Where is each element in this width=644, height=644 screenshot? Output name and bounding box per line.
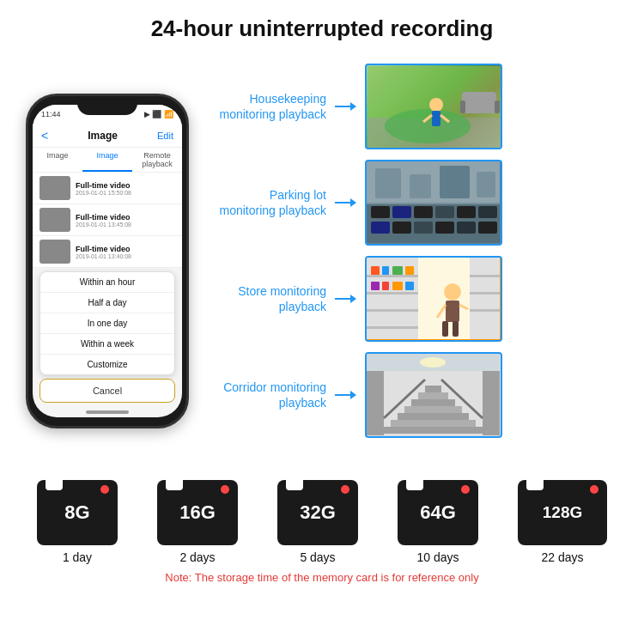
bottom-section: 8G 1 day 16G 2 days 32G 5 days 64G 10 da… bbox=[0, 471, 644, 588]
svg-point-43 bbox=[444, 283, 461, 301]
sd-cards-row: 8G 1 day 16G 2 days 32G 5 days 64G 10 da… bbox=[17, 480, 627, 564]
phone-dropdown-customize[interactable]: Customize bbox=[40, 355, 174, 374]
sd-card-item-128g: 128G 22 days bbox=[518, 480, 607, 564]
sd-card-notch-16g bbox=[166, 480, 183, 490]
phone-dropdown: Within an hour Half a day In one day Wit… bbox=[39, 271, 175, 375]
phone-item-title-2: Full-time video bbox=[76, 213, 175, 222]
sd-card-16g: 16G bbox=[157, 480, 238, 545]
phone-dropdown-one-day[interactable]: In one day bbox=[40, 313, 174, 334]
svg-rect-35 bbox=[371, 266, 380, 275]
right-panel: Housekeepingmonitoring playback bbox=[206, 51, 627, 471]
svg-rect-32 bbox=[367, 292, 418, 295]
phone-list-item-2[interactable]: Full-time video 2019-01-01 13:45:08 bbox=[33, 204, 182, 236]
svg-rect-55 bbox=[384, 427, 483, 434]
phone-item-info-2: Full-time video 2019-01-01 13:45:08 bbox=[76, 213, 175, 228]
sd-card-size-32g: 32G bbox=[300, 501, 336, 524]
svg-rect-28 bbox=[477, 172, 495, 197]
connector-line-2 bbox=[335, 202, 350, 204]
svg-rect-40 bbox=[382, 282, 389, 290]
svg-rect-23 bbox=[478, 222, 497, 234]
phone-tab-image[interactable]: Image bbox=[33, 148, 82, 172]
sd-days-64g: 10 days bbox=[416, 550, 459, 564]
phone-cancel-button[interactable]: Cancel bbox=[39, 379, 175, 403]
corridor-illustration bbox=[367, 354, 500, 435]
phone-tabs: Image Image Remote playback bbox=[33, 148, 182, 173]
svg-rect-61 bbox=[425, 386, 441, 392]
page-title: 24-hour uninterrupted recording bbox=[0, 15, 644, 42]
svg-rect-57 bbox=[398, 413, 469, 420]
svg-rect-59 bbox=[411, 399, 455, 406]
phone-item-date-1: 2019-01-01 15:50:08 bbox=[76, 190, 175, 196]
svg-rect-37 bbox=[392, 266, 403, 275]
sd-card-8g: 8G bbox=[37, 480, 118, 545]
phone-back-button[interactable]: < bbox=[41, 129, 48, 143]
parking-illustration bbox=[367, 161, 500, 243]
sd-card-item-64g: 64G 10 days bbox=[398, 480, 478, 564]
sd-card-128g: 128G bbox=[518, 480, 607, 545]
svg-point-67 bbox=[420, 357, 446, 368]
svg-rect-60 bbox=[418, 392, 448, 399]
phone-edit-button[interactable]: Edit bbox=[157, 131, 173, 141]
svg-rect-27 bbox=[440, 166, 470, 198]
page-header: 24-hour uninterrupted recording bbox=[0, 0, 644, 51]
housekeeping-illustration bbox=[368, 66, 501, 148]
phone-icons: ▶ ⬛ 📶 bbox=[144, 110, 173, 118]
phone-item-info-1: Full-time video 2019-01-01 15:50:08 bbox=[76, 181, 175, 196]
svg-rect-18 bbox=[371, 222, 390, 234]
main-content: 11:44 ▶ ⬛ 📶 < Image Edit Image Image Rem… bbox=[0, 51, 644, 471]
svg-rect-4 bbox=[432, 111, 440, 126]
monitoring-label-store: Store monitoringplayback bbox=[206, 283, 326, 314]
phone-item-info-3: Full-time video 2019-01-01 13:40:08 bbox=[76, 245, 175, 259]
phone-list-item-3[interactable]: Full-time video 2019-01-01 13:40:08 bbox=[33, 236, 182, 268]
phone-screen: 11:44 ▶ ⬛ 📶 < Image Edit Image Image Rem… bbox=[33, 105, 182, 417]
svg-rect-39 bbox=[371, 282, 380, 290]
phone-tab-image2[interactable]: Image bbox=[82, 148, 132, 172]
monitoring-label-housekeeping: Housekeepingmonitoring playback bbox=[206, 91, 326, 122]
svg-rect-48 bbox=[453, 321, 459, 337]
connector-arrow-1 bbox=[350, 102, 356, 111]
phone-dropdown-week[interactable]: Within a week bbox=[40, 334, 174, 355]
phone-list-item-1[interactable]: Full-time video 2019-01-01 15:50:08 bbox=[33, 173, 182, 204]
svg-rect-25 bbox=[375, 168, 401, 198]
svg-rect-36 bbox=[382, 266, 389, 275]
svg-rect-26 bbox=[410, 174, 431, 198]
svg-rect-52 bbox=[470, 309, 500, 312]
svg-point-3 bbox=[429, 98, 443, 112]
sd-card-size-8g: 8G bbox=[64, 501, 89, 524]
monitoring-row-store: Store monitoringplayback bbox=[206, 252, 627, 346]
phone-dropdown-half-day[interactable]: Half a day bbox=[40, 293, 174, 313]
svg-rect-7 bbox=[462, 92, 496, 113]
sd-card-notch-32g bbox=[286, 480, 303, 490]
phone-tab-remote[interactable]: Remote playback bbox=[132, 148, 182, 172]
sd-card-size-16g: 16G bbox=[179, 501, 216, 524]
svg-rect-33 bbox=[367, 309, 418, 312]
svg-rect-21 bbox=[435, 222, 454, 234]
connector-arrow-4 bbox=[350, 391, 356, 399]
sd-card-32g: 32G bbox=[277, 480, 358, 545]
svg-rect-38 bbox=[405, 266, 414, 275]
svg-rect-42 bbox=[405, 282, 414, 290]
phone-dropdown-within-hour[interactable]: Within an hour bbox=[40, 272, 174, 293]
monitoring-image-housekeeping bbox=[365, 64, 502, 149]
phone-item-date-2: 2019-01-01 13:45:08 bbox=[76, 222, 175, 228]
sd-card-item-8g: 8G 1 day bbox=[37, 480, 118, 564]
svg-rect-56 bbox=[391, 420, 476, 427]
sd-days-32g: 5 days bbox=[300, 550, 335, 564]
note-text: Note: The storage time of the memory car… bbox=[17, 571, 627, 584]
monitoring-image-store bbox=[365, 256, 502, 342]
phone-mockup: 11:44 ▶ ⬛ 📶 < Image Edit Image Image Rem… bbox=[26, 94, 189, 428]
connector-line-3 bbox=[335, 298, 350, 300]
phone-item-title-1: Full-time video bbox=[76, 181, 175, 190]
sd-card-notch-128g bbox=[526, 480, 544, 490]
monitoring-label-corridor: Corridor monitoringplayback bbox=[206, 380, 326, 410]
svg-rect-8 bbox=[460, 100, 465, 113]
monitoring-row-parking: Parking lotmonitoring playback bbox=[206, 155, 627, 250]
sd-card-notch-64g bbox=[406, 480, 423, 490]
connector-arrow-3 bbox=[350, 295, 356, 303]
connector-arrow-2 bbox=[350, 198, 356, 207]
phone-item-title-3: Full-time video bbox=[76, 245, 175, 253]
sd-card-item-32g: 32G 5 days bbox=[277, 480, 358, 564]
phone-thumb-3 bbox=[39, 240, 70, 264]
svg-rect-22 bbox=[457, 222, 476, 234]
svg-rect-51 bbox=[470, 292, 500, 295]
